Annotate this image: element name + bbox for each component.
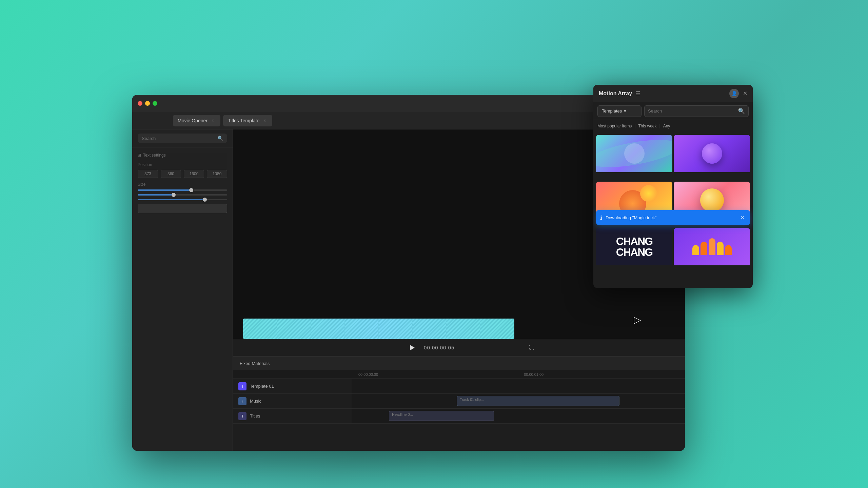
thumb-img-5: CHANGCHANG [596,228,672,265]
play-icon [410,345,415,350]
track-content-template[interactable] [352,379,685,393]
ruler-mark-0: 00:00:00:00 [358,372,378,377]
music-clip[interactable]: Track 01 clip... [457,396,619,406]
slider-2-thumb[interactable] [172,193,176,197]
slider-1-fill [138,189,191,191]
search-input[interactable] [142,136,215,141]
titles-clip-label: Headline 0... [389,410,416,419]
sort-popular-button[interactable]: Most popular items [597,124,632,128]
chevron-down-icon: ▾ [624,108,626,114]
thumbnail-6[interactable] [674,228,750,273]
timeline-header: Fixed Materials [233,357,685,370]
minimize-button[interactable] [145,101,150,106]
tab-titles-template-label: Titles Template [228,118,259,123]
cursor-arrow: ▷ [634,314,641,325]
film-strip[interactable] [243,319,514,339]
close-button[interactable] [138,101,142,106]
track-content-titles[interactable]: Headline 0... [352,409,685,423]
position-label: Position [138,162,227,167]
maximize-button[interactable] [153,101,157,106]
timecode-display: 00:00:00:05 [424,345,454,350]
film-segment [311,319,345,339]
search-icon: 🔍 [738,108,745,114]
arch-5 [725,245,732,255]
arch-1 [692,245,699,255]
track-content-music[interactable]: Track 01 clip... [352,394,685,408]
position-w-input[interactable] [184,170,204,178]
slider-1-track[interactable] [138,189,227,191]
sort-time-button[interactable]: This week [638,124,657,128]
fixed-materials-label: Fixed Materials [240,361,270,366]
track-row-music: ♪ Music Track 01 clip... [233,394,685,409]
motion-array-panel: Motion Array ☰ 👤 ✕ Templates ▾ 🔍 Most po… [593,85,753,288]
notification-close-button[interactable]: ✕ [739,214,746,221]
thumbnail-1[interactable] [596,135,672,180]
user-avatar[interactable]: 👤 [729,89,739,98]
download-notification: ℹ Downloading "Magic trick" ✕ [596,210,750,225]
thumbnail-grid: CHANGCHANG [593,132,753,276]
thumb-img-2 [674,135,750,172]
slider-3-track[interactable] [138,199,227,200]
track-label-music: ♪ Music [233,397,352,405]
thumb-ball [700,188,724,212]
size-label: Size [138,182,227,187]
fullscreen-button[interactable]: ⛶ [529,345,534,351]
thumb-img-6 [674,228,750,265]
thumbnail-2[interactable] [674,135,750,180]
close-icon[interactable]: ✕ [743,90,747,97]
track-name-titles: Titles [250,413,260,419]
slider-2-track[interactable] [138,194,227,196]
slider-2-row [138,194,227,196]
color-swatch[interactable] [138,204,227,213]
track-icon-titles: T [238,412,246,420]
position-x-input[interactable] [138,170,158,178]
play-button[interactable] [408,343,417,352]
tab-titles-template[interactable]: Titles Template × [223,115,272,126]
slider-1-thumb[interactable] [189,188,193,192]
ma-search-field[interactable]: 🔍 [644,105,749,117]
track-label-titles: T Titles [233,412,352,420]
position-h-input[interactable] [207,170,227,178]
sort-quality-button[interactable]: Any [663,124,670,128]
arch-2 [701,242,707,255]
film-segment [413,319,447,339]
position-inputs [138,170,227,178]
settings-panel: ⊞ Text settings Position Size [132,147,233,451]
slider-3-thumb[interactable] [203,198,207,202]
film-segment [480,319,514,339]
slider-2-fill [138,194,174,196]
track-row-template: T Template 01 [233,379,685,394]
slider-1-row [138,189,227,191]
info-icon: ℹ [600,215,602,221]
track-label-template: T Template 01 [233,382,352,390]
timeline-tracks: T Template 01 ♪ Music Track [233,379,685,451]
tab-movie-opener-label: Movie Opener [178,118,208,123]
playback-bar: 00:00:00:05 ⛶ [233,339,685,356]
tab-titles-template-close[interactable]: × [262,118,268,123]
tab-movie-opener[interactable]: Movie Opener × [173,115,220,126]
search-input-wrap[interactable]: 🔍 [138,134,227,143]
ma-filters: Templates ▾ 🔍 [593,102,753,120]
menu-icon[interactable]: ☰ [635,90,640,97]
position-y-input[interactable] [161,170,181,178]
titles-clip[interactable]: Headline 0... [389,411,494,421]
thumbnail-5[interactable]: CHANGCHANG [596,228,672,273]
ma-search-input[interactable] [648,108,736,114]
thumb-arches [692,238,732,255]
thumb-text-chang: CHANGCHANG [616,236,652,258]
thumb-orb [624,143,645,164]
track-icon-template: T [238,382,246,390]
slider-3-fill [138,199,205,200]
tab-movie-opener-close[interactable]: × [210,118,216,123]
arch-4 [717,242,724,255]
music-clip-label: Track 01 clip... [457,395,487,404]
templates-dropdown[interactable]: Templates ▾ [597,105,642,117]
thumb-img-1 [596,135,672,172]
film-segment [243,319,277,339]
sort-divider-2: | [659,124,660,128]
ma-title-right: 👤 ✕ [729,89,747,98]
thumb-sphere [702,143,722,164]
download-notification-text: Downloading "Magic trick" [606,215,736,220]
search-icon: 🔍 [217,136,223,141]
film-segment [345,319,379,339]
